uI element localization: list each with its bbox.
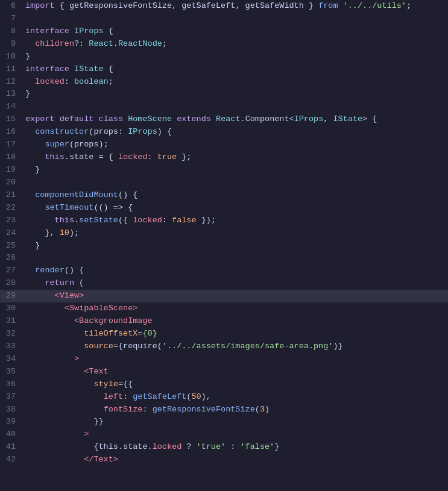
code-line: 32 tileOffsetX={0}	[0, 328, 448, 340]
code-line: 25 }	[0, 240, 448, 252]
code-token	[172, 114, 177, 124]
code-token: boolean	[74, 77, 109, 86]
code-token: setState	[79, 216, 118, 225]
line-number: 15	[0, 113, 23, 126]
code-token: :	[118, 127, 128, 136]
line-number: 26	[0, 252, 23, 264]
code-token: interface	[25, 27, 69, 36]
line-number: 38	[0, 404, 23, 416]
line-number: 18	[0, 151, 23, 164]
line-content: source={require('../../assets/images/saf…	[23, 340, 448, 353]
code-token	[25, 216, 55, 225]
line-content: locked: boolean;	[23, 76, 448, 89]
code-token: locked	[35, 77, 65, 86]
code-token	[25, 291, 55, 300]
code-token: props	[74, 140, 99, 149]
line-content	[23, 13, 448, 25]
line-number: 42	[0, 454, 23, 466]
line-number: 13	[0, 88, 23, 101]
code-line: 39 }}	[0, 416, 448, 428]
line-number: 33	[0, 340, 23, 353]
code-token: ?:	[74, 39, 89, 48]
code-token: IState	[74, 64, 104, 73]
line-content: }	[23, 240, 448, 252]
code-line: 41 {this.state.locked ? 'true' : 'false'…	[0, 441, 448, 454]
code-token: setTimeout	[45, 203, 93, 212]
code-token	[25, 152, 45, 161]
code-token: .	[74, 216, 79, 225]
code-token	[55, 114, 60, 124]
line-number: 30	[0, 302, 23, 315]
line-number: 7	[0, 13, 23, 25]
line-number: 40	[0, 428, 23, 441]
code-token: ;	[406, 1, 411, 10]
line-number: 29	[0, 290, 23, 302]
code-line: 30 <SwipableScene>	[0, 302, 448, 315]
code-token: .state = {	[65, 152, 118, 161]
code-token	[25, 127, 35, 136]
line-content: }, 10);	[23, 227, 448, 240]
line-content: {this.state.locked ? 'true' : 'false'}	[23, 441, 448, 454]
code-line: 40 >	[0, 428, 448, 441]
line-number: 31	[0, 315, 23, 328]
line-content: setTimeout(() => {	[23, 202, 448, 214]
code-line: 27 render() {	[0, 264, 448, 277]
code-token: {	[104, 64, 113, 73]
code-token	[25, 266, 35, 275]
code-line: 13}	[0, 88, 448, 101]
code-token: ?	[181, 442, 196, 451]
code-token	[25, 316, 74, 325]
code-line: 26	[0, 252, 448, 264]
line-content: this.state = { locked: true };	[23, 151, 448, 164]
code-token: 'false'	[240, 442, 274, 451]
code-token	[25, 405, 104, 414]
code-token	[93, 114, 98, 124]
code-token: ReactNode	[118, 39, 162, 48]
code-line: 8interface IProps {	[0, 25, 448, 38]
line-content	[23, 177, 448, 189]
code-line: 42 </Text>	[0, 454, 448, 466]
code-token: 'true'	[197, 442, 226, 451]
line-content: import { getResponsiveFontSize, getSafeL…	[23, 0, 448, 13]
line-content: tileOffsetX={0}	[23, 328, 448, 340]
code-token: > {	[362, 114, 377, 124]
code-token: false	[172, 216, 197, 225]
code-editor: 6import { getResponsiveFontSize, getSafe…	[0, 0, 448, 491]
code-token: );	[99, 140, 109, 149]
code-token: ,	[323, 114, 333, 124]
code-token	[25, 380, 93, 389]
code-token: locked	[118, 152, 148, 161]
code-line: 9 children?: React.ReactNode;	[0, 38, 448, 51]
line-number: 16	[0, 126, 23, 139]
code-token: locked	[133, 216, 162, 225]
code-token	[25, 455, 84, 464]
line-number: 25	[0, 240, 23, 252]
code-line: 31 <BackgroundImage	[0, 315, 448, 328]
code-token: (	[255, 405, 260, 414]
code-token: });	[197, 216, 216, 225]
code-token: },	[25, 228, 60, 237]
code-line: 16 constructor(props: IProps) {	[0, 126, 448, 139]
line-number: 36	[0, 378, 23, 391]
line-number: 28	[0, 277, 23, 290]
code-token: ,	[235, 1, 245, 10]
line-number: 9	[0, 38, 23, 51]
code-token: constructor	[35, 127, 89, 136]
code-token	[69, 27, 74, 36]
line-number: 10	[0, 51, 23, 63]
line-number: 23	[0, 214, 23, 227]
code-token: props	[93, 127, 118, 136]
line-content: this.setState({ locked: false });	[23, 214, 448, 227]
code-token	[25, 329, 84, 338]
line-number: 8	[0, 25, 23, 38]
code-line: 15export default class HomeScene extends…	[0, 113, 448, 126]
code-line: 36 style={{	[0, 378, 448, 391]
code-line: 18 this.state = { locked: true };	[0, 151, 448, 164]
code-token: from	[318, 1, 338, 10]
code-token	[25, 140, 45, 149]
code-token: <BackgroundImage	[74, 316, 153, 325]
code-token	[25, 190, 35, 199]
line-content	[23, 252, 448, 264]
code-token	[25, 39, 35, 48]
code-line: 33 source={require('../../assets/images/…	[0, 340, 448, 353]
